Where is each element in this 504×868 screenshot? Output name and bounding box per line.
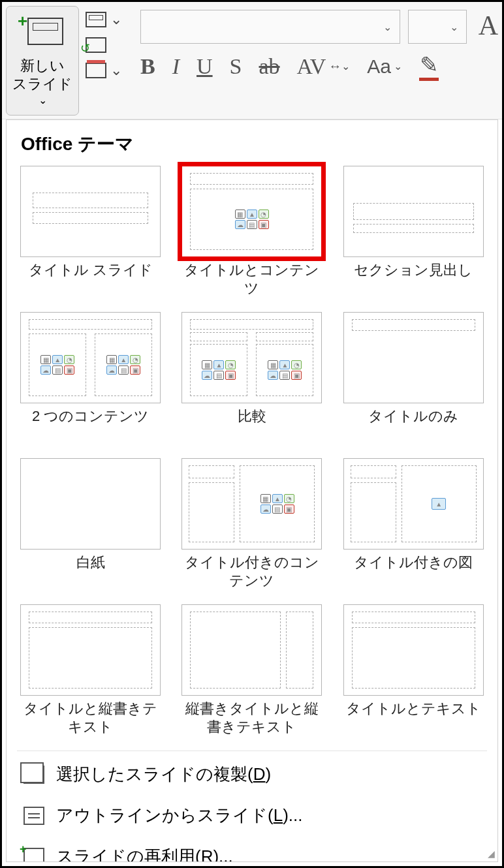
reuse-slides-menu[interactable]: + スライドの再利用(R)... bbox=[17, 836, 487, 862]
layout-gallery-panel: Office テーマ タイトル スライド ▦▲◔ ☁▤▣ タイトルとコンテンツ … bbox=[6, 119, 498, 862]
font-name-select[interactable]: ⌄ bbox=[140, 10, 400, 44]
layout-label: タイトル付きの図 bbox=[354, 553, 473, 590]
layout-option-two_content[interactable]: ▦▲◔ ☁▤▣ ▦▲◔ ☁▤▣ 2 つのコンテンツ bbox=[17, 312, 164, 444]
increase-font-button[interactable]: A bbox=[475, 10, 498, 44]
layout-label: タイトルとテキスト bbox=[346, 700, 481, 736]
ribbon-toolbar: + 新しい スライド ⌄ ⌄ ↺ ⌄ ⌄ ⌄ A B I U S ab AV↔⌄… bbox=[2, 2, 502, 119]
layout-label: タイトルと縦書きテキスト bbox=[17, 700, 164, 736]
layout-option-blank[interactable]: 白紙 bbox=[17, 458, 164, 590]
new-slide-label: 新しい スライド bbox=[12, 57, 72, 93]
menu-label: アウトラインからスライド(L)... bbox=[56, 804, 302, 827]
change-case-button[interactable]: Aa⌄ bbox=[367, 55, 402, 78]
layout-label: タイトルのみ bbox=[368, 407, 458, 444]
menu-label: 選択したスライドの複製(D) bbox=[56, 763, 271, 786]
layout-thumbnail bbox=[20, 604, 161, 696]
layout-thumbnail bbox=[343, 166, 484, 257]
layout-button[interactable]: ⌄ bbox=[86, 11, 122, 28]
outline-icon bbox=[24, 807, 44, 825]
resize-grip[interactable]: ◢ bbox=[488, 848, 495, 859]
reuse-icon: + bbox=[24, 848, 44, 863]
duplicate-icon bbox=[24, 766, 44, 784]
chevron-down-icon: ⌄ bbox=[383, 21, 392, 33]
layout-option-picture_caption[interactable]: ▲ タイトル付きの図 bbox=[340, 458, 487, 590]
layout-label: 白紙 bbox=[76, 553, 105, 590]
plus-icon: + bbox=[18, 11, 27, 31]
new-slide-icon: + bbox=[20, 14, 65, 50]
new-slide-button[interactable]: + 新しい スライド ⌄ bbox=[6, 6, 79, 116]
layout-label: タイトルとコンテンツ bbox=[178, 261, 325, 298]
layout-option-title_content[interactable]: ▦▲◔ ☁▤▣ タイトルとコンテンツ bbox=[178, 166, 325, 298]
layout-label: タイトル付きのコンテンツ bbox=[178, 553, 325, 590]
strikethrough-button[interactable]: ab bbox=[259, 54, 280, 79]
layout-option-title_only[interactable]: タイトルのみ bbox=[340, 312, 487, 444]
section-button[interactable]: ⌄ bbox=[86, 62, 122, 79]
layout-thumbnail: ▦▲◔ ☁▤▣ bbox=[181, 458, 322, 550]
gallery-title: Office テーマ bbox=[21, 132, 487, 157]
layout-thumbnail: ▦▲◔ ☁▤▣ bbox=[181, 166, 322, 257]
layout-option-content_caption[interactable]: ▦▲◔ ☁▤▣ タイトル付きのコンテンツ bbox=[178, 458, 325, 590]
chevron-down-icon: ⌄ bbox=[110, 11, 122, 28]
chevron-down-icon: ⌄ bbox=[110, 62, 122, 79]
layout-label: 2 つのコンテンツ bbox=[32, 407, 149, 444]
menu-label: スライドの再利用(R)... bbox=[56, 845, 233, 862]
font-group: ⌄ ⌄ A B I U S ab AV↔⌄ Aa⌄ ✎ bbox=[140, 6, 498, 81]
layout-thumbnail: ▦▲◔ ☁▤▣ ▦▲◔ ☁▤▣ bbox=[20, 312, 161, 403]
layout-label: タイトル スライド bbox=[29, 261, 153, 298]
layout-thumbnail bbox=[20, 166, 161, 257]
layout-option-vtitle_vtext[interactable]: 縦書きタイトルと縦書きテキスト bbox=[178, 604, 325, 736]
layout-option-section_header[interactable]: セクション見出し bbox=[340, 166, 487, 298]
font-size-select[interactable]: ⌄ bbox=[408, 10, 467, 44]
layout-label: セクション見出し bbox=[354, 261, 473, 298]
layout-option-comparison[interactable]: ▦▲◔ ☁▤▣ ▦▲◔ ☁▤▣ 比較 bbox=[178, 312, 325, 444]
layout-thumbnail: ▦▲◔ ☁▤▣ ▦▲◔ ☁▤▣ bbox=[181, 312, 322, 403]
layout-thumbnail bbox=[20, 458, 161, 550]
layout-option-title_vtext[interactable]: タイトルと縦書きテキスト bbox=[17, 604, 164, 736]
shadow-button[interactable]: S bbox=[230, 54, 242, 79]
chevron-down-icon[interactable]: ⌄ bbox=[39, 94, 47, 106]
layout-label: 比較 bbox=[238, 407, 266, 444]
layout-thumbnail bbox=[181, 604, 322, 696]
layout-thumbnail: ▲ bbox=[343, 458, 484, 550]
reset-button[interactable]: ↺ bbox=[86, 37, 122, 53]
chevron-down-icon: ⌄ bbox=[450, 21, 458, 33]
separator bbox=[17, 751, 487, 751]
layout-thumbnail bbox=[343, 604, 484, 696]
layout-label: 縦書きタイトルと縦書きテキスト bbox=[178, 700, 325, 736]
layout-option-title_text[interactable]: タイトルとテキスト bbox=[340, 604, 487, 736]
bold-button[interactable]: B bbox=[140, 54, 155, 79]
duplicate-slides-menu[interactable]: 選択したスライドの複製(D) bbox=[17, 754, 487, 795]
layout-grid: タイトル スライド ▦▲◔ ☁▤▣ タイトルとコンテンツ セクション見出し ▦▲… bbox=[17, 166, 487, 745]
underline-button[interactable]: U bbox=[197, 54, 213, 79]
layout-option-title[interactable]: タイトル スライド bbox=[17, 166, 164, 298]
italic-button[interactable]: I bbox=[172, 54, 180, 79]
slides-from-outline-menu[interactable]: アウトラインからスライド(L)... bbox=[17, 795, 487, 836]
layout-thumbnail bbox=[343, 312, 484, 403]
slide-tools-column: ⌄ ↺ ⌄ bbox=[86, 6, 122, 79]
char-spacing-button[interactable]: AV↔⌄ bbox=[297, 54, 351, 79]
highlight-button[interactable]: ✎ bbox=[419, 52, 439, 81]
